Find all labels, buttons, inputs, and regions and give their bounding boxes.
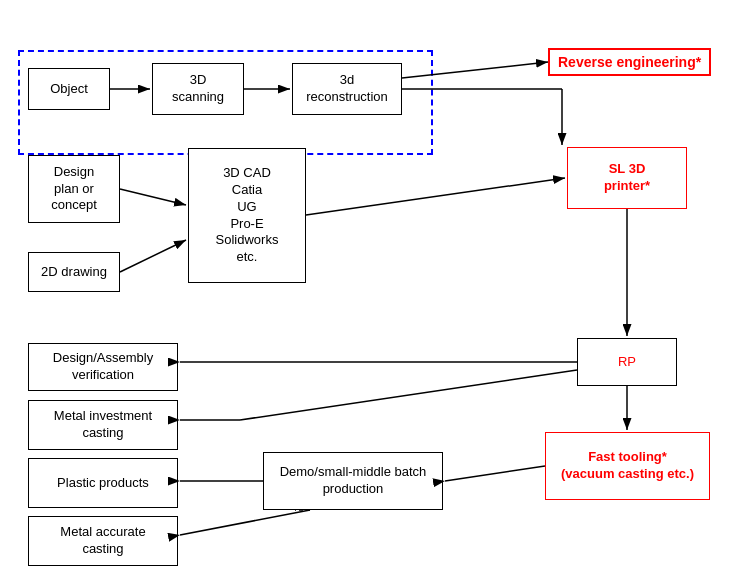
box-3d-scanning: 3Dscanning [152, 63, 244, 115]
box-metal-accurate: Metal accuratecasting [28, 516, 178, 566]
box-design-verify: Design/Assemblyverification [28, 343, 178, 391]
box-fast-tooling: Fast tooling*(vacuum casting etc.) [545, 432, 710, 500]
box-cad-software: 3D CADCatiaUGPro-ESolidworksetc. [188, 148, 306, 283]
box-design-plan: Designplan orconcept [28, 155, 120, 223]
svg-line-9 [306, 178, 565, 215]
svg-line-15 [445, 466, 545, 481]
svg-line-7 [120, 189, 186, 205]
box-metal-casting: Metal investmentcasting [28, 400, 178, 450]
diagram: Reverse engineering* Object 3Dscanning 3… [0, 0, 751, 581]
box-3d-reconstruction: 3dreconstruction [292, 63, 402, 115]
reverse-engineering-label: Reverse engineering* [548, 48, 711, 76]
box-demo-production: Demo/small-middle batchproduction [263, 452, 443, 510]
svg-line-17 [180, 510, 310, 535]
svg-line-8 [120, 240, 186, 272]
box-plastic-products: Plastic products [28, 458, 178, 508]
box-rp: RP [577, 338, 677, 386]
box-object: Object [28, 68, 110, 110]
box-2d-drawing: 2D drawing [28, 252, 120, 292]
svg-line-12 [240, 370, 577, 420]
box-sl-3d-printer: SL 3Dprinter* [567, 147, 687, 209]
